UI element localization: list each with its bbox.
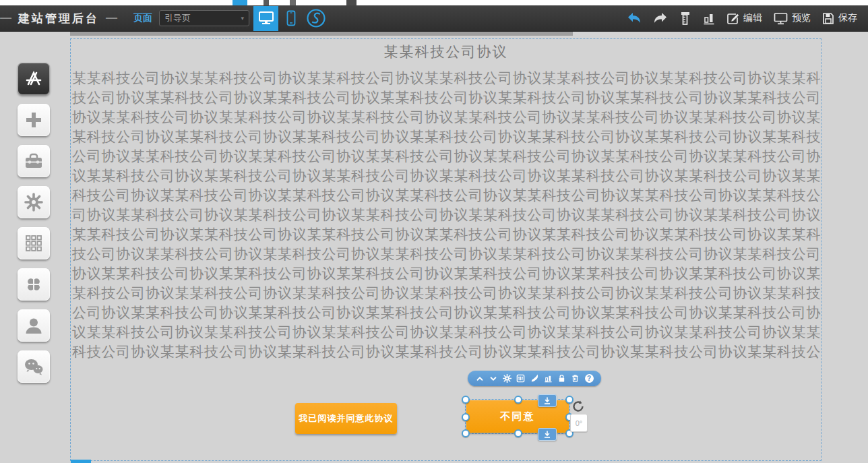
sidebar-item-apps[interactable] xyxy=(18,268,50,301)
page-content-area[interactable]: 某某科技公司协议 某某科技公司协议某某科技公司协议某某科技公司协议某某科技公司协… xyxy=(70,38,822,461)
preview-button[interactable]: 预览 xyxy=(774,12,811,25)
undo-button[interactable] xyxy=(627,12,642,24)
save-button[interactable]: 保存 xyxy=(822,12,857,25)
download-arrow-icon xyxy=(543,397,551,405)
sidebar-item-user[interactable] xyxy=(18,309,50,342)
save-label: 保存 xyxy=(838,12,857,24)
widget-toolbar: ? xyxy=(468,371,601,386)
title-dash: — xyxy=(0,11,11,25)
insert-above-button[interactable] xyxy=(538,394,557,407)
chevron-down-icon xyxy=(489,375,497,383)
widget-help-button[interactable]: ? xyxy=(584,373,594,384)
resize-handle-n[interactable] xyxy=(514,396,522,404)
widget-stats-button[interactable] xyxy=(542,373,553,384)
redo-icon xyxy=(653,12,668,24)
bar-chart-icon xyxy=(544,374,553,383)
resize-handle-s[interactable] xyxy=(514,429,522,437)
cutoff-fragment xyxy=(232,0,247,5)
sidebar-item-toolbox[interactable] xyxy=(18,145,50,177)
statistics-button[interactable] xyxy=(703,12,715,25)
ruler-button[interactable] xyxy=(679,11,691,25)
music-setting-button[interactable] xyxy=(303,6,328,31)
sliders-icon xyxy=(516,374,525,383)
preview-monitor-icon xyxy=(774,12,788,25)
gear-icon xyxy=(24,193,43,212)
widget-style-button[interactable] xyxy=(516,373,526,384)
sidebar-item-wechat[interactable] xyxy=(18,350,50,383)
agreement-title: 某某科技公司协议 xyxy=(71,42,821,61)
sidebar-item-components[interactable] xyxy=(18,63,50,95)
user-icon xyxy=(24,317,43,334)
sidebar-item-add[interactable] xyxy=(18,104,50,136)
page-label: 页面 xyxy=(133,12,152,24)
agree-button[interactable]: 我已阅读并同意此协议 xyxy=(295,403,397,434)
insert-below-button[interactable] xyxy=(538,428,557,441)
redo-button[interactable] xyxy=(653,12,668,24)
app-title: 建站管理后台 xyxy=(18,11,99,26)
brush-icon xyxy=(530,374,539,383)
s-curve-circle-icon xyxy=(306,8,326,28)
chevron-down-icon: ▾ xyxy=(241,15,244,22)
cutoff-fragment xyxy=(346,0,356,5)
monitor-icon xyxy=(259,11,274,25)
resize-handle-nw[interactable] xyxy=(462,396,470,404)
device-switcher xyxy=(253,5,328,32)
horizontal-scrollbar-thumb[interactable] xyxy=(70,32,573,36)
resize-handle-sw[interactable] xyxy=(462,429,470,437)
page-select-dropdown[interactable]: 引导页 ▾ xyxy=(159,10,249,26)
widget-paint-button[interactable] xyxy=(529,373,540,384)
edit-label: 编辑 xyxy=(743,12,762,24)
rotate-icon xyxy=(571,400,585,413)
sidebar-item-modules[interactable] xyxy=(18,227,50,259)
toolbox-icon xyxy=(24,153,43,169)
rotation-value-box: 0° xyxy=(570,414,588,432)
agreement-body-text[interactable]: 某某科技公司协议某某科技公司协议某某科技公司协议某某科技公司协议某某科技公司协议… xyxy=(72,68,821,363)
resize-handle-w[interactable] xyxy=(462,413,470,421)
top-cutoff-strip xyxy=(0,0,868,5)
clover-icon xyxy=(25,276,42,293)
mobile-view-button[interactable] xyxy=(278,6,303,31)
undo-icon xyxy=(627,12,642,24)
phone-icon xyxy=(286,10,297,26)
preview-label: 预览 xyxy=(792,12,811,24)
gear-icon xyxy=(503,374,512,383)
desktop-view-button[interactable] xyxy=(253,6,278,31)
rotate-button[interactable] xyxy=(571,400,585,413)
chevron-up-icon xyxy=(476,375,484,383)
wechat-icon xyxy=(24,358,44,375)
edit-pencil-icon xyxy=(726,12,739,25)
top-toolbar: — 建站管理后台 — 页面 引导页 ▾ xyxy=(0,5,868,32)
app-store-icon xyxy=(24,70,43,88)
edit-button[interactable]: 编辑 xyxy=(726,12,762,25)
widget-delete-button[interactable] xyxy=(570,373,581,384)
content-resize-indicator[interactable] xyxy=(71,460,91,463)
move-down-button[interactable] xyxy=(488,373,499,384)
sidebar-item-settings[interactable] xyxy=(18,186,50,218)
trash-icon xyxy=(571,374,580,383)
app-root: — 建站管理后台 — 页面 引导页 ▾ xyxy=(0,0,868,463)
download-arrow-icon xyxy=(543,431,551,439)
page-select-value: 引导页 xyxy=(164,12,191,24)
bar-chart-icon xyxy=(703,12,715,25)
title-dash: — xyxy=(106,11,117,25)
grid-icon xyxy=(25,235,42,252)
toolbar-actions: 编辑 预览 保存 xyxy=(627,11,868,25)
help-icon: ? xyxy=(585,374,594,383)
widget-lock-button[interactable] xyxy=(557,373,567,384)
move-up-button[interactable] xyxy=(474,373,485,384)
ruler-icon xyxy=(679,11,691,25)
plus-icon xyxy=(25,111,42,129)
save-floppy-icon xyxy=(822,12,834,25)
lock-icon xyxy=(557,374,566,383)
widget-settings-button[interactable] xyxy=(502,373,513,384)
